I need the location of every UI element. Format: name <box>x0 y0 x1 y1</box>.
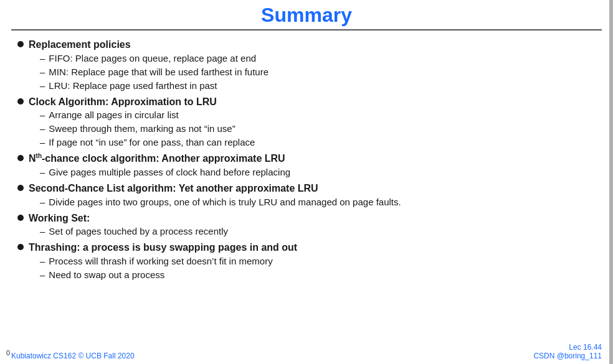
content-area: Replacement policies – FIFO: Place pages… <box>11 35 602 282</box>
right-border <box>609 0 613 364</box>
bullet-dot <box>17 41 24 47</box>
sub-text: Sweep through them, marking as not “in u… <box>49 122 235 135</box>
bullet-text: Clock Algorithm: Approximation to LRU <box>29 95 255 109</box>
bullet-text: Thrashing: a process is busy swapping pa… <box>29 241 297 254</box>
sub-item: – MIN: Replace page that will be used fa… <box>40 65 268 78</box>
footer-csdn: CSDN @boring_111 <box>533 352 602 360</box>
list-item: Second-Chance List algorithm: Yet anothe… <box>17 182 596 210</box>
sub-text: FIFO: Place pages on queue, replace page… <box>49 52 256 65</box>
list-item: Replacement policies – FIFO: Place pages… <box>17 38 596 93</box>
footer-lec: Lec 16.44 <box>533 343 602 352</box>
sub-items: – Divide pages into two groups, one of w… <box>40 195 401 208</box>
bullet-text: Nth-chance clock algorithm: Another appr… <box>29 152 290 166</box>
dash: – <box>40 122 45 135</box>
footer-right: Lec 16.44 CSDN @boring_111 <box>533 343 602 360</box>
sub-item: – Sweep through them, marking as not “in… <box>40 122 255 135</box>
dash: – <box>40 225 45 238</box>
bullet-dot <box>17 244 24 250</box>
sub-text: Process will thrash if working set doesn… <box>49 254 272 268</box>
bullet-dot <box>17 185 24 191</box>
footer-left-text: Kubiatowicz CS162 © UCB Fall 2020 <box>11 352 135 360</box>
sub-text: If page not “in use” for one pass, than … <box>49 136 255 149</box>
list-item: Working Set: – Set of pages touched by a… <box>17 212 596 240</box>
sub-items: – Set of pages touched by a process rece… <box>40 225 228 238</box>
sub-item: – Give pages multiple passes of clock ha… <box>40 166 290 179</box>
sub-text: MIN: Replace page that will be used fart… <box>49 65 268 78</box>
sub-text: Arrange all pages in circular list <box>49 108 178 121</box>
list-item: Nth-chance clock algorithm: Another appr… <box>17 152 596 180</box>
page-number: 0 <box>6 349 10 357</box>
sub-text: Divide pages into two groups, one of whi… <box>49 195 401 208</box>
sub-item: – LRU: Replace page used farthest in pas… <box>40 79 268 92</box>
title-section: Summary <box>11 0 602 30</box>
dash: – <box>40 108 45 121</box>
sub-item: – Divide pages into two groups, one of w… <box>40 195 401 208</box>
sub-text: Set of pages touched by a process recent… <box>49 225 228 238</box>
sub-items: – Arrange all pages in circular list – S… <box>40 108 255 149</box>
sub-items: – Give pages multiple passes of clock ha… <box>40 166 290 179</box>
dash: – <box>40 268 45 281</box>
bullet-text: Replacement policies <box>29 38 268 52</box>
bullet-dot <box>17 215 24 221</box>
dash: – <box>40 254 45 268</box>
list-item: Clock Algorithm: Approximation to LRU – … <box>17 95 596 151</box>
sub-item: – Process will thrash if working set doe… <box>40 254 297 268</box>
list-item: Thrashing: a process is busy swapping pa… <box>17 241 596 282</box>
sub-items: – Process will thrash if working set doe… <box>40 254 297 281</box>
dash: – <box>40 65 45 78</box>
dash: – <box>40 166 45 179</box>
sub-text: LRU: Replace page used farthest in past <box>49 79 217 92</box>
sub-items: – FIFO: Place pages on queue, replace pa… <box>40 52 268 92</box>
sub-text: Give pages multiple passes of clock hand… <box>49 166 290 179</box>
sub-item: – FIFO: Place pages on queue, replace pa… <box>40 52 268 65</box>
slide-title: Summary <box>11 4 602 27</box>
footer: 0 Kubiatowicz CS162 © UCB Fall 2020 Lec … <box>0 343 613 360</box>
sub-item: – Set of pages touched by a process rece… <box>40 225 228 238</box>
dash: – <box>40 195 45 208</box>
sub-item: – Need to swap out a process <box>40 268 297 281</box>
dash: – <box>40 136 45 149</box>
sub-item: – Arrange all pages in circular list <box>40 108 255 121</box>
dash: – <box>40 79 45 92</box>
bullet-text: Working Set: <box>29 212 228 225</box>
bullet-dot <box>17 155 24 161</box>
slide-container: Summary Replacement policies – FIFO: Pla… <box>0 0 613 364</box>
dash: – <box>40 52 45 65</box>
bullet-dot <box>17 98 24 105</box>
sub-text: Need to swap out a process <box>49 268 164 281</box>
bullet-text: Second-Chance List algorithm: Yet anothe… <box>29 182 401 195</box>
sub-item: – If page not “in use” for one pass, tha… <box>40 136 255 149</box>
